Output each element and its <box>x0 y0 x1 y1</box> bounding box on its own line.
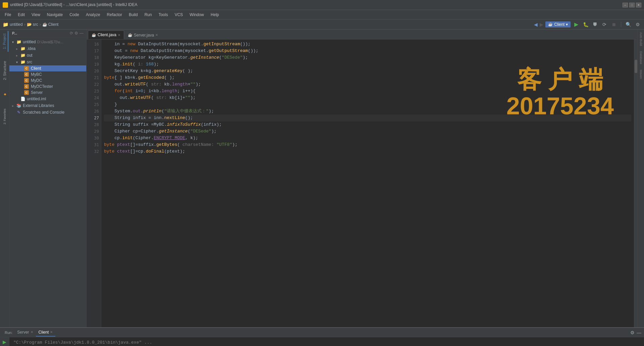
sidebar-tab-favorites[interactable]: ★ <box>1 90 8 99</box>
nav-back-button[interactable]: ◀ <box>534 22 538 27</box>
breadcrumb-project-label: untitled <box>10 22 23 27</box>
menu-code[interactable]: Code <box>66 11 83 18</box>
tree-label-extlib: External Libraries <box>23 103 54 108</box>
tree-item-idea[interactable]: ▸ 📁 .idea <box>9 45 86 52</box>
nav-forward-button[interactable]: ▶ <box>540 22 543 27</box>
menu-refactor[interactable]: Refactor <box>104 11 125 18</box>
tab-label-client: Client.java <box>98 33 116 37</box>
folder-icon-idea: 📁 <box>20 46 25 51</box>
class-icon-server: C <box>24 90 29 95</box>
bottom-panel-tabs: Run: Server ✕ Client ✕ ⚙ — <box>0 328 644 337</box>
right-sidebar: Auto Build Database Maven <box>637 30 644 327</box>
run-configuration[interactable]: ☕ Client ▾ <box>545 21 571 27</box>
code-line-31: byte ptext[]=suffix.getBytes( charsetNam… <box>104 141 631 148</box>
breadcrumb-project[interactable]: untitled <box>10 22 23 27</box>
menu-navigate[interactable]: Navigate <box>44 11 66 18</box>
tree-item-out[interactable]: ▸ 📁 out <box>9 52 86 59</box>
tree-label-mydc: MyDC <box>31 78 42 83</box>
project-sync-icon[interactable]: ⟳ <box>70 31 73 36</box>
run-settings-icon[interactable]: ⚙ <box>630 330 635 335</box>
project-settings-icon[interactable]: ⚙ <box>74 31 78 36</box>
tree-item-server[interactable]: C Server <box>9 90 86 96</box>
code-lines[interactable]: in = new DataInputStream(mysocket.getInp… <box>101 40 634 327</box>
tree-item-extlib[interactable]: ▸ 📚 External Libraries <box>9 102 86 109</box>
code-line-19: kg.init( i: 168); <box>104 61 631 68</box>
project-collapse-icon[interactable]: — <box>79 31 84 36</box>
menu-edit[interactable]: Edit <box>14 11 28 18</box>
tab-icon-server: ☕ <box>128 33 132 37</box>
bottom-tab-client[interactable]: Client ✕ <box>36 329 56 337</box>
minimize-button[interactable]: ─ <box>623 3 628 7</box>
breadcrumb-file[interactable]: ☕ Client <box>42 22 59 27</box>
tree-label-client: Client <box>31 66 41 71</box>
menu-vcs[interactable]: VCS <box>171 11 186 18</box>
settings-button[interactable]: ⚙ <box>634 21 641 28</box>
close-button[interactable]: ✕ <box>636 3 641 7</box>
menu-build[interactable]: Build <box>125 11 141 18</box>
code-line-17: out = new DataOutputStream(mysocket.getO… <box>104 48 631 54</box>
tree-item-iml[interactable]: 📄 untitled.iml <box>9 96 86 102</box>
run-output[interactable]: "C:\Program Files\Java\jdk1.8.0_201\bin\… <box>9 337 644 346</box>
code-line-28: String suffix =MyBC.infixToSuffix(infix)… <box>104 121 631 128</box>
tree-item-mydctester[interactable]: C MyDCTester <box>9 83 86 90</box>
bottom-tab-server-label: Server <box>17 330 29 335</box>
coverage-button[interactable]: ⛊ <box>591 21 599 28</box>
bottom-tab-server[interactable]: Server ✕ <box>14 329 36 337</box>
menu-window[interactable]: Window <box>186 11 207 18</box>
code-line-32: byte ctext[]=cp.doFinal(ptext); <box>104 148 631 155</box>
run-button[interactable]: ▶ <box>573 21 580 28</box>
scroll-thumb[interactable] <box>635 60 637 73</box>
sidebar-tab-favorites2[interactable]: 2: Favorites <box>2 106 8 127</box>
code-line-18: KeyGenerator kg=KeyGenerator.getInstance… <box>104 54 631 61</box>
tab-client-java[interactable]: ☕ Client.java ✕ <box>88 31 124 39</box>
stop-button[interactable]: ⏹ <box>610 21 618 28</box>
bottom-tab-client-label: Client <box>39 330 49 335</box>
tree-arrow-out: ▸ <box>16 54 20 57</box>
tree-item-mydc[interactable]: C MyDC <box>9 77 86 83</box>
scratch-icon: ✎ <box>16 110 21 115</box>
tab-close-server[interactable]: ✕ <box>155 33 158 37</box>
tree-arrow-extlib: ▸ <box>12 104 16 108</box>
search-everywhere-button[interactable]: 🔍 <box>625 21 632 28</box>
project-tree: ▾ 📁 untitled D:\Java练习\u... ▸ 📁 .idea ▸ … <box>9 37 86 327</box>
tree-item-mybc[interactable]: C MyBC <box>9 71 86 77</box>
menu-file[interactable]: File <box>1 11 14 18</box>
debug-button[interactable]: 🐛 <box>582 21 589 28</box>
right-tab-database[interactable]: Database <box>639 49 643 67</box>
menu-analyze[interactable]: Analyze <box>83 11 104 18</box>
profile-button[interactable]: ⟳ <box>601 21 608 28</box>
tree-item-untitled[interactable]: ▾ 📁 untitled D:\Java练习\u... <box>9 39 86 45</box>
sidebar-tab-project[interactable]: 1: Project <box>1 31 8 52</box>
menu-help[interactable]: Help <box>207 11 222 18</box>
run-panel: ▶ ▲ ▼ ⏹ 📷 ↵ 📌 🖨 "C:\Program Files\Java\j… <box>0 337 644 346</box>
tab-server-java[interactable]: ☕ Server.java ✕ <box>124 31 162 39</box>
maximize-button[interactable]: □ <box>629 3 635 7</box>
right-tab-auto-build[interactable]: Auto Build <box>639 30 643 49</box>
tree-item-client[interactable]: C Client <box>9 65 86 71</box>
menu-run[interactable]: Run <box>141 11 155 18</box>
code-line-30: cp.init(Cipher.ENCRYPT_MODE, k); <box>104 135 631 141</box>
tree-item-src[interactable]: ▾ 📁 src <box>9 59 86 65</box>
class-icon-mybc: C <box>24 72 29 77</box>
breadcrumb-icon-folder: 📁 <box>3 22 8 27</box>
breadcrumb-file-label: Client <box>48 22 59 27</box>
rerun-button[interactable]: ▶ <box>1 339 8 346</box>
menubar: File Edit View Navigate Code Analyze Ref… <box>0 10 644 19</box>
tree-label-server: Server <box>31 90 43 95</box>
menu-tools[interactable]: Tools <box>155 11 171 18</box>
right-tab-maven[interactable]: Maven <box>639 67 643 81</box>
tree-item-scratches[interactable]: ✎ Scratches and Console <box>9 109 86 116</box>
code-editor[interactable]: 16 17 18 19 20 21 22 23 24 25 26 27 28 2… <box>87 40 637 327</box>
tab-close-client[interactable]: ✕ <box>118 33 120 37</box>
editor-scrollbar[interactable] <box>634 40 637 327</box>
run-control-buttons: ▶ ▲ ▼ ⏹ 📷 ↵ 📌 🖨 <box>0 337 9 346</box>
sidebar-tab-structure[interactable]: 2: Structure <box>1 58 8 83</box>
code-line-20: SecretKey k=kg.generateKey( ); <box>104 68 631 74</box>
folder-icon-src: 📁 <box>20 59 25 65</box>
breadcrumb-src[interactable]: 📂 src <box>27 22 38 27</box>
bottom-tab-server-close[interactable]: ✕ <box>31 330 33 334</box>
tree-label-iml: untitled.iml <box>27 97 46 101</box>
bottom-tab-client-close[interactable]: ✕ <box>50 330 53 334</box>
menu-view[interactable]: View <box>28 11 44 18</box>
run-minimize-icon[interactable]: — <box>637 330 641 335</box>
